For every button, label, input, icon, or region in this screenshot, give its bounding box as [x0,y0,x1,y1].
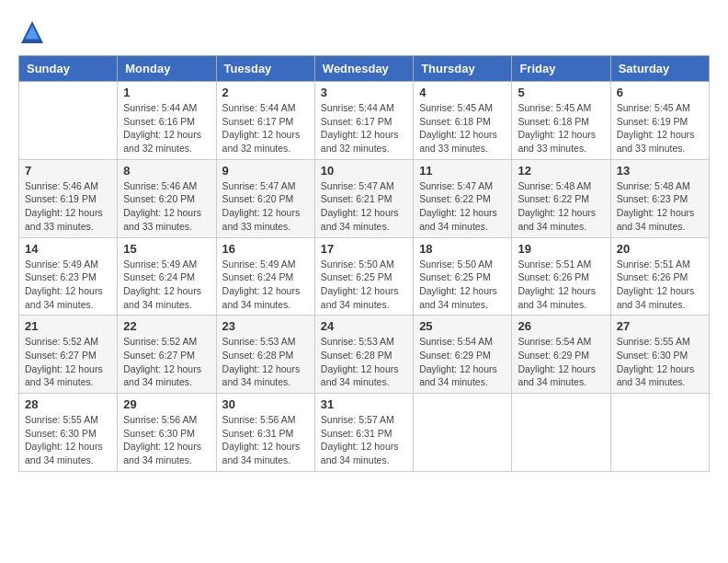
day-info: Sunrise: 5:46 AM Sunset: 6:20 PM Dayligh… [123,179,210,234]
calendar-cell: 7Sunrise: 5:46 AM Sunset: 6:19 PM Daylig… [19,159,118,237]
day-number: 31 [321,397,407,411]
day-info: Sunrise: 5:54 AM Sunset: 6:29 PM Dayligh… [419,335,506,389]
calendar-cell: 3Sunrise: 5:44 AM Sunset: 6:17 PM Daylig… [314,82,413,160]
page-header [18,18,710,46]
day-number: 4 [419,86,506,99]
day-number: 22 [123,319,210,333]
logo-icon [18,18,46,46]
calendar-cell: 8Sunrise: 5:46 AM Sunset: 6:20 PM Daylig… [118,159,216,237]
day-info: Sunrise: 5:56 AM Sunset: 6:30 PM Dayligh… [123,413,210,467]
day-info: Sunrise: 5:55 AM Sunset: 6:30 PM Dayligh… [25,413,111,467]
day-info: Sunrise: 5:54 AM Sunset: 6:29 PM Dayligh… [518,335,604,389]
calendar-week-row: 14Sunrise: 5:49 AM Sunset: 6:23 PM Dayli… [19,237,710,316]
calendar-cell [512,394,610,472]
calendar-cell: 19Sunrise: 5:51 AM Sunset: 6:26 PM Dayli… [512,237,610,316]
day-number: 7 [25,164,111,178]
calendar-table: SundayMondayTuesdayWednesdayThursdayFrid… [18,55,710,472]
day-number: 16 [222,242,309,256]
calendar-cell: 20Sunrise: 5:51 AM Sunset: 6:26 PM Dayli… [610,237,709,316]
day-of-week-header: Tuesday [216,56,314,82]
day-info: Sunrise: 5:50 AM Sunset: 6:25 PM Dayligh… [321,258,407,312]
calendar-cell: 4Sunrise: 5:45 AM Sunset: 6:18 PM Daylig… [414,82,512,160]
day-info: Sunrise: 5:52 AM Sunset: 6:27 PM Dayligh… [25,335,111,389]
day-of-week-header: Monday [118,56,216,82]
day-number: 20 [617,242,703,256]
calendar-cell: 15Sunrise: 5:49 AM Sunset: 6:24 PM Dayli… [118,237,216,316]
day-info: Sunrise: 5:56 AM Sunset: 6:31 PM Dayligh… [222,413,309,467]
day-info: Sunrise: 5:47 AM Sunset: 6:22 PM Dayligh… [419,179,506,234]
day-info: Sunrise: 5:46 AM Sunset: 6:19 PM Dayligh… [25,179,111,234]
calendar-cell: 9Sunrise: 5:47 AM Sunset: 6:20 PM Daylig… [216,159,314,237]
day-of-week-header: Sunday [19,56,118,82]
day-number: 14 [25,242,111,256]
calendar-cell: 12Sunrise: 5:48 AM Sunset: 6:22 PM Dayli… [512,159,610,237]
calendar-cell [610,394,709,472]
day-info: Sunrise: 5:49 AM Sunset: 6:24 PM Dayligh… [222,258,309,312]
calendar-cell: 10Sunrise: 5:47 AM Sunset: 6:21 PM Dayli… [314,159,413,237]
calendar-cell: 13Sunrise: 5:48 AM Sunset: 6:23 PM Dayli… [610,159,709,237]
day-number: 18 [419,242,506,256]
calendar-cell: 5Sunrise: 5:45 AM Sunset: 6:18 PM Daylig… [512,82,610,160]
day-number: 26 [518,319,604,333]
calendar-cell: 26Sunrise: 5:54 AM Sunset: 6:29 PM Dayli… [512,316,610,394]
day-number: 17 [321,242,407,256]
day-info: Sunrise: 5:47 AM Sunset: 6:21 PM Dayligh… [321,179,407,234]
calendar-cell: 30Sunrise: 5:56 AM Sunset: 6:31 PM Dayli… [216,394,314,472]
calendar-cell: 23Sunrise: 5:53 AM Sunset: 6:28 PM Dayli… [216,316,314,394]
day-of-week-header: Wednesday [314,56,413,82]
day-number: 10 [321,164,407,178]
day-info: Sunrise: 5:49 AM Sunset: 6:24 PM Dayligh… [123,258,210,312]
day-number: 25 [419,319,506,333]
day-info: Sunrise: 5:47 AM Sunset: 6:20 PM Dayligh… [222,179,309,234]
calendar-cell: 6Sunrise: 5:45 AM Sunset: 6:19 PM Daylig… [610,82,709,160]
calendar-cell: 17Sunrise: 5:50 AM Sunset: 6:25 PM Dayli… [314,237,413,316]
calendar-cell: 21Sunrise: 5:52 AM Sunset: 6:27 PM Dayli… [19,316,118,394]
calendar-cell: 31Sunrise: 5:57 AM Sunset: 6:31 PM Dayli… [314,394,413,472]
logo [18,18,50,46]
day-info: Sunrise: 5:45 AM Sunset: 6:18 PM Dayligh… [419,101,506,155]
day-number: 21 [25,319,111,333]
day-number: 15 [123,242,210,256]
day-number: 8 [123,164,210,178]
day-info: Sunrise: 5:48 AM Sunset: 6:23 PM Dayligh… [617,179,703,234]
day-info: Sunrise: 5:51 AM Sunset: 6:26 PM Dayligh… [617,258,703,312]
day-info: Sunrise: 5:45 AM Sunset: 6:19 PM Dayligh… [617,101,703,155]
day-info: Sunrise: 5:44 AM Sunset: 6:17 PM Dayligh… [222,101,309,155]
day-number: 3 [321,86,407,99]
day-number: 29 [123,397,210,411]
day-number: 6 [617,86,703,99]
calendar-cell: 27Sunrise: 5:55 AM Sunset: 6:30 PM Dayli… [610,316,709,394]
day-of-week-header: Friday [512,56,610,82]
calendar-cell: 11Sunrise: 5:47 AM Sunset: 6:22 PM Dayli… [414,159,512,237]
day-number: 23 [222,319,309,333]
calendar-cell: 24Sunrise: 5:53 AM Sunset: 6:28 PM Dayli… [314,316,413,394]
day-info: Sunrise: 5:44 AM Sunset: 6:16 PM Dayligh… [123,101,210,155]
day-number: 30 [222,397,309,411]
calendar-cell: 22Sunrise: 5:52 AM Sunset: 6:27 PM Dayli… [118,316,216,394]
calendar-cell [414,394,512,472]
day-of-week-header: Thursday [414,56,512,82]
day-number: 24 [321,319,407,333]
day-number: 27 [617,319,703,333]
calendar-cell: 28Sunrise: 5:55 AM Sunset: 6:30 PM Dayli… [19,394,118,472]
day-number: 28 [25,397,111,411]
calendar-cell: 2Sunrise: 5:44 AM Sunset: 6:17 PM Daylig… [216,82,314,160]
day-number: 19 [518,242,604,256]
day-number: 5 [518,86,604,99]
day-info: Sunrise: 5:48 AM Sunset: 6:22 PM Dayligh… [518,179,604,234]
day-number: 2 [222,86,309,99]
calendar-cell: 14Sunrise: 5:49 AM Sunset: 6:23 PM Dayli… [19,237,118,316]
calendar-cell: 18Sunrise: 5:50 AM Sunset: 6:25 PM Dayli… [414,237,512,316]
day-number: 11 [419,164,506,178]
day-info: Sunrise: 5:44 AM Sunset: 6:17 PM Dayligh… [321,101,407,155]
calendar-cell [19,82,118,160]
day-info: Sunrise: 5:50 AM Sunset: 6:25 PM Dayligh… [419,258,506,312]
day-number: 9 [222,164,309,178]
calendar-week-row: 1Sunrise: 5:44 AM Sunset: 6:16 PM Daylig… [19,82,710,160]
day-number: 13 [617,164,703,178]
day-info: Sunrise: 5:53 AM Sunset: 6:28 PM Dayligh… [222,335,309,389]
calendar-cell: 29Sunrise: 5:56 AM Sunset: 6:30 PM Dayli… [118,394,216,472]
calendar-week-row: 21Sunrise: 5:52 AM Sunset: 6:27 PM Dayli… [19,316,710,394]
day-info: Sunrise: 5:53 AM Sunset: 6:28 PM Dayligh… [321,335,407,389]
day-info: Sunrise: 5:45 AM Sunset: 6:18 PM Dayligh… [518,101,604,155]
